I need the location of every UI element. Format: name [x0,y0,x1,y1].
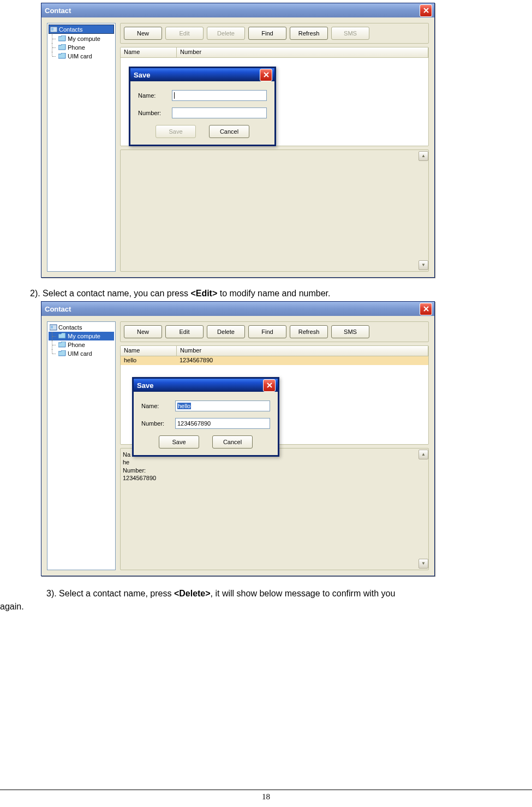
number-input[interactable]: 1234567890 [175,418,270,429]
save-title: Save [134,71,260,79]
tree-label: UIM card [68,350,92,357]
scrollbar[interactable]: ▲ ▼ [419,151,427,270]
contacts-icon [50,324,57,331]
tree-panel: Contacts My compute Phone [47,23,116,272]
window-body: Contacts My compute Phone [41,17,434,277]
tree-root-contacts[interactable]: Contacts [49,25,114,34]
new-button[interactable]: New [124,325,162,338]
window-title: Contact [45,7,420,15]
tree-child-mycompute[interactable]: My compute [49,332,114,340]
name-label: Name: [138,92,166,99]
tree-child-mycompute[interactable]: My compute [49,34,114,43]
tree-child-uim[interactable]: UIM card [49,349,114,358]
name-input[interactable] [172,90,267,101]
close-icon[interactable] [420,303,432,315]
scroll-up-icon[interactable]: ▲ [419,151,428,161]
detail-name-label: Na [123,451,130,458]
tree-root-label: Contacts [58,324,82,331]
svg-rect-1 [51,28,53,31]
folder-icon [58,44,66,51]
folder-icon [58,350,66,357]
scroll-down-icon[interactable]: ▼ [419,559,428,569]
tree-label: My compute [68,333,100,339]
col-name[interactable]: Name [121,47,177,57]
save-dialog: Save Name: Number: Save [129,67,276,146]
detail-number-label: Number: [123,467,146,474]
tree-child-phone[interactable]: Phone [49,340,114,349]
name-input[interactable]: hello [175,400,270,411]
save-body: Name: Number: Save Cancel [130,81,274,145]
close-icon[interactable] [420,4,432,17]
contact-window-2: Contact Contacts My compute [41,301,435,576]
tree-label: My compute [68,35,100,42]
scroll-down-icon[interactable]: ▼ [419,260,428,270]
number-label: Number: [141,420,170,427]
svg-rect-0 [50,27,57,32]
scrollbar[interactable]: ▲ ▼ [419,450,427,569]
save-dialog: Save Name: hello Number: [132,377,279,457]
close-icon[interactable] [260,69,272,81]
window-body: Contacts My compute Phone [41,316,434,576]
sms-button[interactable]: SMS [331,325,369,338]
number-label: Number: [138,110,166,116]
tree-root-label: Contacts [59,26,82,33]
window-title: Contact [45,305,420,313]
tree-child-uim[interactable]: UIM card [49,52,114,61]
col-number[interactable]: Number [177,346,428,356]
delete-button: Delete [207,27,245,40]
delete-button[interactable]: Delete [207,325,245,338]
tree-root-contacts[interactable]: Contacts [49,323,114,331]
save-title: Save [137,381,263,390]
list-row[interactable]: hello 1234567890 [121,356,428,365]
detail-panel: Na he Number: 1234567890 ▲ ▼ [120,448,429,570]
toolbar: New Edit Delete Find Refresh SMS [120,23,429,44]
detail-number-value: 1234567890 [123,475,156,481]
refresh-button[interactable]: Refresh [290,27,328,40]
sms-button: SMS [331,27,369,40]
scroll-up-icon[interactable]: ▲ [419,450,428,459]
svg-rect-3 [51,326,53,328]
find-button[interactable]: Find [248,325,286,338]
save-body: Name: hello Number: 1234567890 Save Canc [134,392,278,455]
name-value: hello [177,403,191,409]
tree-label: Phone [68,342,85,348]
cancel-button[interactable]: Cancel [209,125,249,138]
folder-icon [58,333,66,339]
contacts-icon [50,26,58,33]
folder-icon [58,53,66,59]
tree-label: UIM card [68,53,92,59]
col-number[interactable]: Number [177,47,428,57]
number-value: 1234567890 [177,420,211,427]
list-header: Name Number [121,346,428,356]
caption-3: 3). Select a contact name, press <Delete… [0,576,532,613]
save-button: Save [156,125,196,138]
row-name: hello [121,356,176,365]
titlebar: Contact [41,3,434,17]
new-button[interactable]: New [124,27,162,40]
page-number: 18 [0,790,532,802]
tree-panel: Contacts My compute Phone [47,321,116,570]
edit-button[interactable]: Edit [165,325,204,338]
col-name[interactable]: Name [121,346,177,356]
find-button[interactable]: Find [248,27,286,40]
detail-panel: ▲ ▼ [120,150,429,272]
list-header: Name Number [121,47,428,58]
close-icon[interactable] [263,379,276,392]
number-input[interactable] [172,107,267,118]
tree-label: Phone [68,44,85,51]
edit-button: Edit [165,27,204,40]
svg-rect-2 [50,325,57,330]
right-pane: New Edit Delete Find Refresh SMS Name Nu… [120,23,429,272]
save-button[interactable]: Save [159,435,199,449]
name-label: Name: [141,403,170,409]
folder-icon [58,35,66,42]
tree-child-phone[interactable]: Phone [49,43,114,52]
row-number: 1234567890 [176,356,428,365]
save-titlebar: Save [130,68,274,81]
folder-icon [58,342,66,348]
contact-window-1: Contact Contacts My compute [41,3,435,278]
refresh-button[interactable]: Refresh [290,325,328,338]
save-titlebar: Save [134,379,278,392]
caption-2: 2). Select a contact name, you can press… [0,278,532,301]
cancel-button[interactable]: Cancel [212,435,253,449]
